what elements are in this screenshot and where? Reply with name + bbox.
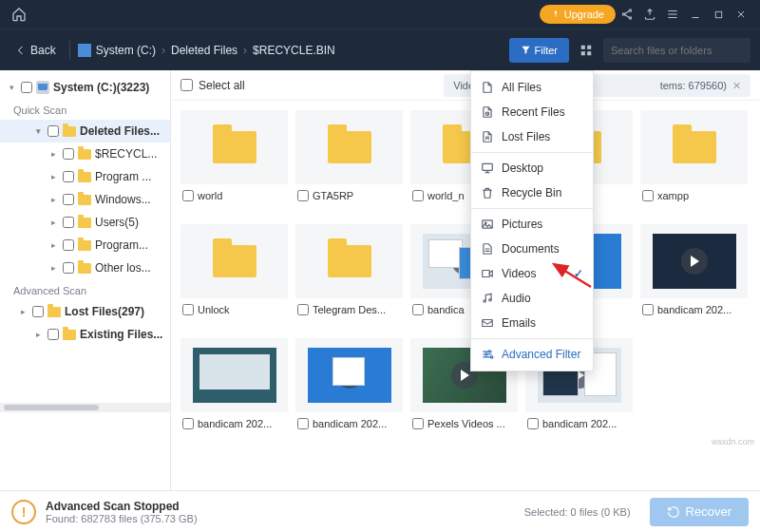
dropdown-item-recent-files[interactable]: Recent Files bbox=[471, 100, 593, 124]
dropdown-label: All Files bbox=[502, 81, 542, 94]
dropdown-item-lost-files[interactable]: Lost Files bbox=[471, 124, 593, 149]
export-icon[interactable] bbox=[638, 0, 661, 28]
breadcrumb-item[interactable]: System (C:) bbox=[96, 44, 156, 57]
item-name: xampp bbox=[657, 190, 746, 201]
grid-item[interactable]: world bbox=[180, 110, 288, 217]
checkbox[interactable] bbox=[297, 190, 309, 201]
chevron-right-icon[interactable]: ▸ bbox=[17, 307, 28, 316]
pictures-icon bbox=[481, 218, 494, 231]
recover-label: Recover bbox=[686, 504, 732, 519]
tree-label: Windows... bbox=[95, 193, 170, 206]
chevron-right-icon[interactable]: ▸ bbox=[48, 218, 59, 227]
svg-rect-7 bbox=[587, 51, 591, 55]
chevron-right-icon[interactable]: ▸ bbox=[48, 263, 59, 273]
checkbox[interactable] bbox=[527, 418, 539, 429]
upgrade-button[interactable]: Upgrade bbox=[540, 5, 616, 24]
grid-view-icon[interactable] bbox=[573, 38, 599, 63]
recover-button[interactable]: Recover bbox=[650, 498, 749, 526]
status-bar: ! Advanced Scan Stopped Found: 682783 fi… bbox=[0, 490, 760, 532]
grid-item[interactable]: bandicam 202... bbox=[180, 338, 288, 445]
menu-icon[interactable] bbox=[661, 0, 684, 28]
chevron-right-icon[interactable]: ▸ bbox=[48, 240, 59, 250]
checkbox[interactable] bbox=[180, 79, 193, 91]
tree-item[interactable]: ▸Windows... bbox=[0, 188, 170, 211]
minimize-icon[interactable] bbox=[684, 0, 707, 28]
chevron-right-icon[interactable]: ▸ bbox=[48, 195, 59, 204]
chevron-right-icon[interactable]: ▸ bbox=[48, 172, 59, 181]
tree-label: Other los... bbox=[95, 261, 170, 275]
checkbox[interactable] bbox=[63, 194, 74, 205]
dropdown-label: Recent Files bbox=[502, 105, 565, 119]
tree-item[interactable]: ▸$RECYCL... bbox=[0, 142, 170, 165]
dropdown-item-all-files[interactable]: All Files bbox=[471, 75, 593, 100]
checkbox[interactable] bbox=[412, 304, 424, 315]
tree-item-deleted-files[interactable]: ▾ Deleted Files... bbox=[0, 120, 170, 142]
breadcrumb-item[interactable]: Deleted Files bbox=[171, 44, 238, 57]
breadcrumb-item[interactable]: $RECYCLE.BIN bbox=[253, 44, 335, 57]
svg-rect-5 bbox=[587, 45, 591, 48]
tree-item[interactable]: ▸Users(5) bbox=[0, 211, 170, 234]
svg-rect-3 bbox=[715, 11, 721, 17]
dropdown-item-recycle-bin[interactable]: Recycle Bin bbox=[471, 180, 593, 205]
search-box[interactable] bbox=[603, 38, 750, 63]
tree-root[interactable]: ▾ System (C:)(3223) bbox=[0, 76, 170, 99]
tree-item-lost-files[interactable]: ▸Lost Files(297) bbox=[0, 300, 170, 323]
checkbox[interactable] bbox=[182, 418, 194, 429]
back-button[interactable]: Back bbox=[10, 40, 62, 61]
dropdown-item-desktop[interactable]: Desktop bbox=[471, 156, 593, 180]
checkbox[interactable] bbox=[63, 217, 74, 228]
grid-item[interactable]: Telegram Des... bbox=[295, 224, 403, 331]
share-icon[interactable] bbox=[616, 0, 638, 28]
checkbox[interactable] bbox=[297, 418, 309, 429]
grid-item[interactable]: xampp bbox=[640, 110, 748, 217]
chevron-down-icon[interactable]: ▾ bbox=[32, 126, 44, 136]
grid-item[interactable]: GTA5RP bbox=[295, 110, 403, 217]
grid-item[interactable]: Unlock bbox=[180, 224, 288, 331]
chevron-right-icon: › bbox=[243, 44, 247, 57]
checkbox[interactable] bbox=[63, 148, 74, 160]
grid-item[interactable]: bandicam 202... bbox=[640, 224, 748, 331]
tree-item[interactable]: ▸Other los... bbox=[0, 256, 170, 279]
documents-icon bbox=[481, 242, 494, 256]
chevron-right-icon[interactable]: ▸ bbox=[48, 149, 59, 159]
home-icon[interactable] bbox=[8, 0, 30, 28]
lost-icon bbox=[481, 130, 494, 143]
checkbox[interactable] bbox=[63, 262, 74, 274]
dropdown-item-emails[interactable]: Emails bbox=[471, 311, 593, 335]
dropdown-item-audio[interactable]: Audio bbox=[471, 286, 593, 311]
close-icon[interactable] bbox=[730, 0, 752, 28]
select-all[interactable]: Select all bbox=[180, 79, 245, 92]
play-icon bbox=[681, 248, 708, 275]
checkbox[interactable] bbox=[642, 190, 654, 201]
search-input[interactable] bbox=[611, 45, 742, 56]
checkbox[interactable] bbox=[63, 171, 74, 182]
checkbox[interactable] bbox=[48, 125, 59, 137]
filter-button[interactable]: Filter bbox=[509, 38, 569, 63]
tree-item[interactable]: ▸Program... bbox=[0, 234, 170, 256]
grid-item[interactable]: bandicam 202... bbox=[295, 338, 403, 445]
chevron-down-icon[interactable]: ▾ bbox=[6, 83, 17, 92]
folder-icon bbox=[78, 218, 91, 228]
svg-point-19 bbox=[488, 351, 490, 352]
dropdown-item-pictures[interactable]: Pictures bbox=[471, 212, 593, 237]
checkbox[interactable] bbox=[21, 82, 32, 93]
scrollbar[interactable] bbox=[0, 403, 170, 412]
checkbox[interactable] bbox=[412, 190, 424, 201]
checkbox[interactable] bbox=[63, 239, 74, 251]
checkbox[interactable] bbox=[32, 306, 44, 317]
maximize-icon[interactable] bbox=[707, 0, 730, 28]
checkbox[interactable] bbox=[297, 304, 309, 315]
tree-item-existing-files[interactable]: ▸Existing Files... bbox=[0, 323, 170, 346]
close-icon[interactable]: ✕ bbox=[732, 80, 741, 92]
dropdown-item-documents[interactable]: Documents bbox=[471, 237, 593, 261]
tree-label: Existing Files... bbox=[80, 328, 170, 341]
checkbox[interactable] bbox=[412, 418, 424, 429]
checkbox[interactable] bbox=[642, 304, 654, 315]
checkbox[interactable] bbox=[182, 304, 194, 315]
tree-item[interactable]: ▸Program ... bbox=[0, 165, 170, 188]
chevron-right-icon[interactable]: ▸ bbox=[32, 330, 44, 339]
checkbox[interactable] bbox=[48, 329, 59, 340]
dropdown-item-advanced-filter[interactable]: Advanced Filter bbox=[471, 342, 593, 367]
checkbox[interactable] bbox=[182, 190, 194, 201]
dropdown-item-videos[interactable]: Videos✓ bbox=[471, 261, 593, 286]
